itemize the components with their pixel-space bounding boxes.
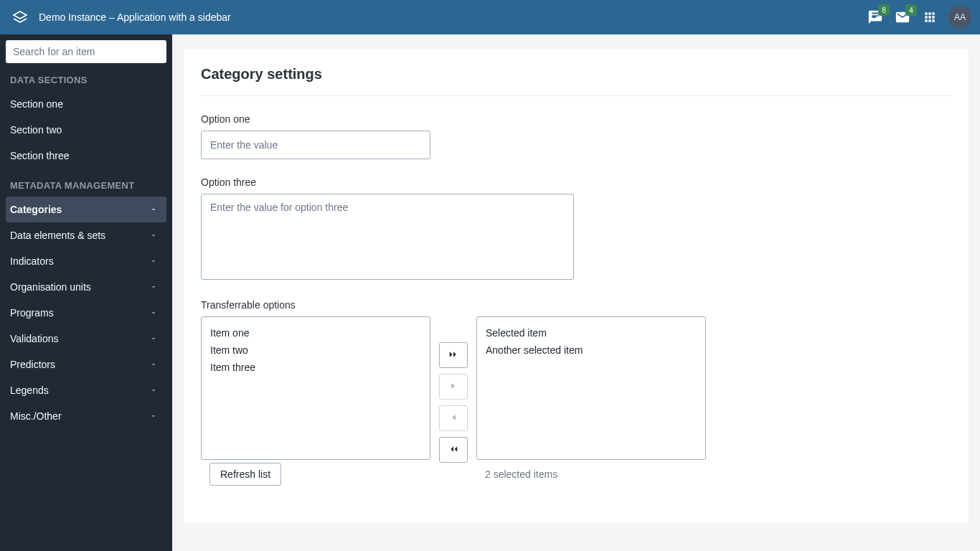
chevron-down-icon [148,307,159,319]
sidebar-item-section-three[interactable]: Section three [6,143,166,169]
sidebar-item-validations[interactable]: Validations [6,326,166,352]
sidebar-item-organisation-units[interactable]: Organisation units [6,274,166,300]
apps-icon[interactable] [921,9,938,26]
user-avatar[interactable]: AA [948,6,971,29]
field-transfer: Transferrable options Item one Item two … [201,299,951,489]
chevron-down-icon [148,385,159,396]
sidebar-heading: METADATA MANAGEMENT [6,177,166,197]
option-three-textarea[interactable] [201,194,574,280]
sidebar-item-label: Section two [10,124,62,136]
sidebar-item-data-elements[interactable]: Data elements & sets [6,222,166,248]
sidebar-item-label: Organisation units [10,281,91,293]
sidebar-group-metadata: METADATA MANAGEMENT Categories Data elem… [6,177,166,429]
transfer-item[interactable]: Item one [202,324,430,342]
sidebar-item-label: Indicators [10,255,54,267]
transfer-label: Transferrable options [201,299,951,311]
sidebar-item-label: Predictors [10,359,55,370]
chevron-down-icon [148,204,159,215]
sidebar-item-categories[interactable]: Categories [6,197,166,222]
double-arrow-right-icon [447,348,460,363]
sidebar-item-label: Data elements & sets [10,230,105,241]
sidebar-item-programs[interactable]: Programs [6,300,166,326]
transfer-picked-footer: 2 selected items [476,460,706,489]
sidebar-heading: DATA SECTIONS [6,72,166,91]
transfer-picked-column: Selected item Another selected item 2 se… [476,316,706,489]
app-title: Demo Instance – Application with a sideb… [39,11,867,23]
move-all-right-button[interactable] [439,342,468,368]
field-option-one: Option one [201,113,574,159]
sidebar-group-data-sections: DATA SECTIONS Section one Section two Se… [6,72,166,169]
messages-badge: 8 [878,4,890,16]
sidebar-item-section-two[interactable]: Section two [6,117,166,143]
chevron-down-icon [148,230,159,241]
transfer-item[interactable]: Another selected item [477,342,705,359]
transfer-source-column: Item one Item two Item three Refresh lis… [201,316,430,489]
settings-card: Category settings Option one Option thre… [184,49,969,523]
sidebar-item-legends[interactable]: Legends [6,377,166,403]
move-all-left-button[interactable] [439,437,468,463]
sidebar-item-label: Programs [10,307,54,319]
option-one-label: Option one [201,113,574,125]
sidebar-item-indicators[interactable]: Indicators [6,248,166,274]
sidebar-item-predictors[interactable]: Predictors [6,352,166,377]
sidebar-search-input[interactable] [6,40,166,63]
main-content: Category settings Option one Option thre… [172,34,980,551]
transfer-picked-list[interactable]: Selected item Another selected item [476,316,706,460]
arrow-left-icon [447,411,460,426]
sidebar-item-label: Categories [10,204,62,215]
mail-icon[interactable]: 4 [894,9,911,26]
chevron-down-icon [148,281,159,293]
arrow-right-icon [447,380,460,395]
transfer-source-list[interactable]: Item one Item two Item three [201,316,430,460]
transfer-item[interactable]: Item three [202,359,430,376]
mail-badge: 4 [905,4,917,16]
chevron-down-icon [148,333,159,344]
field-option-three: Option three [201,176,574,282]
chevron-down-icon [148,359,159,370]
option-three-label: Option three [201,176,574,188]
transfer-widget: Item one Item two Item three Refresh lis… [201,316,951,489]
transfer-source-footer: Refresh list [201,460,430,489]
move-right-button[interactable] [439,374,468,400]
sidebar-item-label: Section one [10,98,63,110]
sidebar-item-section-one[interactable]: Section one [6,91,166,117]
sidebar-item-label: Legends [10,385,49,396]
page-title: Category settings [201,66,951,96]
header-actions: 8 4 AA [867,6,971,29]
sidebar-item-label: Validations [10,333,58,344]
transfer-item[interactable]: Item two [202,342,430,359]
app-logo-icon[interactable] [11,9,29,26]
sidebar-item-label: Section three [10,150,70,161]
transfer-item[interactable]: Selected item [477,324,705,342]
sidebar-item-label: Misc./Other [10,410,62,422]
messages-icon[interactable]: 8 [867,9,884,26]
double-arrow-left-icon [447,443,460,458]
move-left-button[interactable] [439,405,468,431]
sidebar: DATA SECTIONS Section one Section two Se… [0,34,172,551]
option-one-input[interactable] [201,131,430,159]
chevron-down-icon [148,255,159,267]
chevron-down-icon [148,410,159,422]
header-bar: Demo Instance – Application with a sideb… [0,0,980,34]
refresh-list-button[interactable]: Refresh list [209,463,281,486]
sidebar-item-misc-other[interactable]: Misc./Other [6,403,166,429]
transfer-controls [439,316,468,463]
transfer-status-text: 2 selected items [476,468,557,480]
